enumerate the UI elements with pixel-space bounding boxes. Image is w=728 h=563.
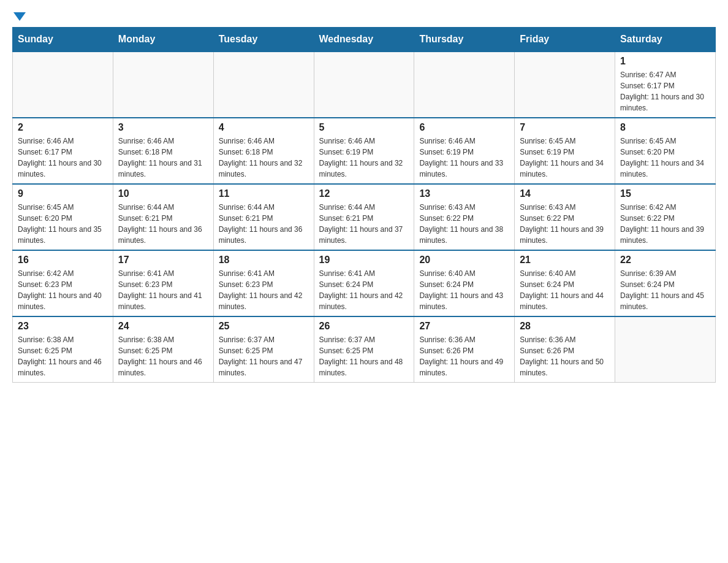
calendar-cell: 16Sunrise: 6:42 AMSunset: 6:23 PMDayligh… — [13, 250, 113, 316]
calendar-cell: 9Sunrise: 6:45 AMSunset: 6:20 PMDaylight… — [13, 184, 113, 250]
header-day-tuesday: Tuesday — [213, 28, 314, 52]
calendar-cell: 1Sunrise: 6:47 AMSunset: 6:17 PMDaylight… — [615, 52, 716, 118]
day-info: Sunrise: 6:37 AMSunset: 6:25 PMDaylight:… — [319, 334, 409, 378]
logo-triangle-icon — [13, 12, 26, 21]
day-number: 11 — [219, 188, 309, 199]
calendar-cell — [113, 52, 213, 118]
calendar-cell: 14Sunrise: 6:43 AMSunset: 6:22 PMDayligh… — [515, 184, 615, 250]
calendar-cell: 4Sunrise: 6:46 AMSunset: 6:18 PMDaylight… — [213, 118, 314, 184]
calendar-cell: 12Sunrise: 6:44 AMSunset: 6:21 PMDayligh… — [314, 184, 414, 250]
calendar-cell: 3Sunrise: 6:46 AMSunset: 6:18 PMDaylight… — [113, 118, 213, 184]
calendar-cell: 25Sunrise: 6:37 AMSunset: 6:25 PMDayligh… — [213, 316, 314, 383]
calendar-week-1: 1Sunrise: 6:47 AMSunset: 6:17 PMDaylight… — [13, 52, 716, 118]
day-info: Sunrise: 6:45 AMSunset: 6:20 PMDaylight:… — [620, 136, 710, 180]
day-number: 3 — [118, 122, 208, 133]
calendar-cell: 10Sunrise: 6:44 AMSunset: 6:21 PMDayligh… — [113, 184, 213, 250]
calendar-cell: 2Sunrise: 6:46 AMSunset: 6:17 PMDaylight… — [13, 118, 113, 184]
day-info: Sunrise: 6:44 AMSunset: 6:21 PMDaylight:… — [319, 202, 409, 246]
calendar-cell: 8Sunrise: 6:45 AMSunset: 6:20 PMDaylight… — [615, 118, 716, 184]
day-info: Sunrise: 6:44 AMSunset: 6:21 PMDaylight:… — [219, 202, 309, 246]
day-info: Sunrise: 6:38 AMSunset: 6:25 PMDaylight:… — [18, 334, 108, 378]
calendar-cell: 6Sunrise: 6:46 AMSunset: 6:19 PMDaylight… — [414, 118, 515, 184]
day-info: Sunrise: 6:46 AMSunset: 6:18 PMDaylight:… — [118, 136, 208, 180]
day-info: Sunrise: 6:46 AMSunset: 6:19 PMDaylight:… — [419, 136, 509, 180]
day-number: 2 — [18, 122, 108, 133]
day-number: 8 — [620, 122, 710, 133]
day-info: Sunrise: 6:47 AMSunset: 6:17 PMDaylight:… — [620, 69, 710, 113]
calendar-cell: 22Sunrise: 6:39 AMSunset: 6:24 PMDayligh… — [615, 250, 716, 316]
calendar-cell: 28Sunrise: 6:36 AMSunset: 6:26 PMDayligh… — [515, 316, 615, 383]
header-day-monday: Monday — [113, 28, 213, 52]
calendar-cell: 27Sunrise: 6:36 AMSunset: 6:26 PMDayligh… — [414, 316, 515, 383]
calendar-cell: 7Sunrise: 6:45 AMSunset: 6:19 PMDaylight… — [515, 118, 615, 184]
day-info: Sunrise: 6:41 AMSunset: 6:24 PMDaylight:… — [319, 268, 409, 312]
day-number: 7 — [520, 122, 610, 133]
day-number: 14 — [520, 188, 610, 199]
calendar-cell: 5Sunrise: 6:46 AMSunset: 6:19 PMDaylight… — [314, 118, 414, 184]
day-number: 19 — [319, 255, 409, 266]
calendar-cell — [314, 52, 414, 118]
day-info: Sunrise: 6:44 AMSunset: 6:21 PMDaylight:… — [118, 202, 208, 246]
calendar-cell: 19Sunrise: 6:41 AMSunset: 6:24 PMDayligh… — [314, 250, 414, 316]
calendar-header: SundayMondayTuesdayWednesdayThursdayFrid… — [13, 28, 716, 52]
calendar-cell — [213, 52, 314, 118]
header-row: SundayMondayTuesdayWednesdayThursdayFrid… — [13, 28, 716, 52]
day-info: Sunrise: 6:45 AMSunset: 6:19 PMDaylight:… — [520, 136, 610, 180]
page-header — [12, 12, 716, 21]
day-number: 5 — [319, 122, 409, 133]
day-info: Sunrise: 6:36 AMSunset: 6:26 PMDaylight:… — [520, 334, 610, 378]
calendar-cell — [13, 52, 113, 118]
day-number: 12 — [319, 188, 409, 199]
day-info: Sunrise: 6:36 AMSunset: 6:26 PMDaylight:… — [419, 334, 509, 378]
calendar-cell: 17Sunrise: 6:41 AMSunset: 6:23 PMDayligh… — [113, 250, 213, 316]
day-number: 21 — [520, 255, 610, 266]
day-number: 18 — [219, 255, 309, 266]
day-number: 25 — [219, 321, 309, 332]
calendar-cell: 18Sunrise: 6:41 AMSunset: 6:23 PMDayligh… — [213, 250, 314, 316]
calendar-cell: 26Sunrise: 6:37 AMSunset: 6:25 PMDayligh… — [314, 316, 414, 383]
day-info: Sunrise: 6:41 AMSunset: 6:23 PMDaylight:… — [219, 268, 309, 312]
day-info: Sunrise: 6:41 AMSunset: 6:23 PMDaylight:… — [118, 268, 208, 312]
day-number: 10 — [118, 188, 208, 199]
day-info: Sunrise: 6:43 AMSunset: 6:22 PMDaylight:… — [419, 202, 509, 246]
header-day-thursday: Thursday — [414, 28, 515, 52]
header-day-wednesday: Wednesday — [314, 28, 414, 52]
header-day-friday: Friday — [515, 28, 615, 52]
day-number: 9 — [18, 188, 108, 199]
logo — [12, 12, 26, 21]
calendar-table: SundayMondayTuesdayWednesdayThursdayFrid… — [12, 27, 716, 383]
calendar-week-3: 9Sunrise: 6:45 AMSunset: 6:20 PMDaylight… — [13, 184, 716, 250]
calendar-cell: 13Sunrise: 6:43 AMSunset: 6:22 PMDayligh… — [414, 184, 515, 250]
day-number: 28 — [520, 321, 610, 332]
day-number: 22 — [620, 255, 710, 266]
header-day-saturday: Saturday — [615, 28, 716, 52]
calendar-cell: 11Sunrise: 6:44 AMSunset: 6:21 PMDayligh… — [213, 184, 314, 250]
day-info: Sunrise: 6:42 AMSunset: 6:22 PMDaylight:… — [620, 202, 710, 246]
day-info: Sunrise: 6:39 AMSunset: 6:24 PMDaylight:… — [620, 268, 710, 312]
day-number: 4 — [219, 122, 309, 133]
calendar-body: 1Sunrise: 6:47 AMSunset: 6:17 PMDaylight… — [13, 52, 716, 383]
calendar-cell: 20Sunrise: 6:40 AMSunset: 6:24 PMDayligh… — [414, 250, 515, 316]
day-info: Sunrise: 6:37 AMSunset: 6:25 PMDaylight:… — [219, 334, 309, 378]
day-number: 16 — [18, 255, 108, 266]
day-number: 20 — [419, 255, 509, 266]
calendar-cell: 15Sunrise: 6:42 AMSunset: 6:22 PMDayligh… — [615, 184, 716, 250]
calendar-cell: 24Sunrise: 6:38 AMSunset: 6:25 PMDayligh… — [113, 316, 213, 383]
day-info: Sunrise: 6:38 AMSunset: 6:25 PMDaylight:… — [118, 334, 208, 378]
day-number: 27 — [419, 321, 509, 332]
calendar-week-2: 2Sunrise: 6:46 AMSunset: 6:17 PMDaylight… — [13, 118, 716, 184]
day-number: 6 — [419, 122, 509, 133]
header-day-sunday: Sunday — [13, 28, 113, 52]
calendar-week-5: 23Sunrise: 6:38 AMSunset: 6:25 PMDayligh… — [13, 316, 716, 383]
day-number: 13 — [419, 188, 509, 199]
day-info: Sunrise: 6:46 AMSunset: 6:18 PMDaylight:… — [219, 136, 309, 180]
day-number: 24 — [118, 321, 208, 332]
calendar-cell — [414, 52, 515, 118]
day-number: 15 — [620, 188, 710, 199]
calendar-cell — [615, 316, 716, 383]
day-info: Sunrise: 6:46 AMSunset: 6:17 PMDaylight:… — [18, 136, 108, 180]
day-number: 26 — [319, 321, 409, 332]
calendar-week-4: 16Sunrise: 6:42 AMSunset: 6:23 PMDayligh… — [13, 250, 716, 316]
calendar-cell: 21Sunrise: 6:40 AMSunset: 6:24 PMDayligh… — [515, 250, 615, 316]
day-info: Sunrise: 6:45 AMSunset: 6:20 PMDaylight:… — [18, 202, 108, 246]
